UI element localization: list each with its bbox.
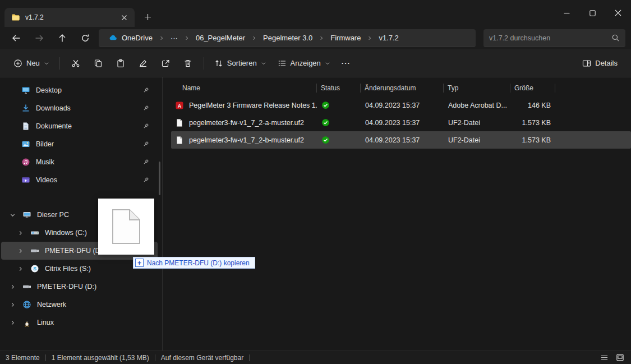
chevron-right-icon[interactable] xyxy=(16,266,25,272)
breadcrumb-item-onedrive[interactable]: OneDrive xyxy=(104,31,156,44)
sidebar-item-network[interactable]: Netzwerk xyxy=(1,296,158,314)
cut-button[interactable] xyxy=(65,54,87,73)
sidebar-item-downloads[interactable]: Downloads xyxy=(1,99,158,117)
list-view-button[interactable] xyxy=(598,353,610,363)
up-button[interactable] xyxy=(53,29,71,47)
back-button[interactable] xyxy=(7,29,25,47)
folder-icon xyxy=(11,13,20,22)
sidebar-item-label: PMETER-DFU (D:) xyxy=(37,283,96,291)
column-header-status[interactable]: Status xyxy=(317,80,361,96)
column-header-date[interactable]: Änderungsdatum xyxy=(361,80,444,96)
breadcrumb-label: OneDrive xyxy=(122,34,153,42)
this-pc-icon xyxy=(22,210,31,219)
new-tab-button[interactable] xyxy=(139,8,156,25)
copy-button[interactable] xyxy=(87,54,109,73)
sidebar-item-linux[interactable]: Linux xyxy=(1,314,158,331)
column-header-size[interactable]: Größe xyxy=(510,80,555,96)
statusbar-separator xyxy=(155,354,155,361)
copy-icon xyxy=(94,59,103,68)
svg-text:S: S xyxy=(33,266,36,271)
sidebar-item-pmeter-dfu-d[interactable]: PMETER-DFU (D:) xyxy=(1,278,158,296)
explorer-tab[interactable]: v1.7.2 xyxy=(4,8,135,27)
details-pane-button[interactable]: Details xyxy=(577,54,623,73)
chevron-right-icon[interactable] xyxy=(8,284,17,290)
dragged-file-icon xyxy=(112,209,141,245)
breadcrumb-chevron-icon[interactable] xyxy=(250,35,258,41)
sidebar-item-music[interactable]: Musik xyxy=(1,153,158,171)
chevron-down-icon[interactable] xyxy=(8,212,17,218)
toolbar-separator xyxy=(204,57,204,70)
linux-icon xyxy=(22,318,31,327)
paste-button[interactable] xyxy=(109,54,132,73)
delete-button[interactable] xyxy=(177,54,199,73)
breadcrumb-chevron-icon[interactable] xyxy=(366,35,374,41)
documents-icon xyxy=(21,122,30,131)
file-name: pegelmeter3-fw-v1_7_2-b-muster.uf2 xyxy=(189,136,304,144)
sidebar-item-videos[interactable]: Videos xyxy=(1,171,158,189)
column-header-name[interactable]: Name xyxy=(171,80,317,96)
generic-file-icon xyxy=(175,118,184,127)
breadcrumb-item-firmware[interactable]: Firmware xyxy=(326,32,365,44)
chevron-down-icon xyxy=(261,61,266,66)
file-date: 04.09.2023 15:37 xyxy=(361,136,444,144)
breadcrumb-ellipsis-button[interactable]: ··· xyxy=(167,32,182,44)
sidebar-scrollbar[interactable] xyxy=(159,162,160,195)
maximize-button[interactable] xyxy=(579,0,605,26)
sidebar-item-label: Bilder xyxy=(36,140,54,148)
explorer-content: Desktop Downloads Dokumente xyxy=(0,77,631,351)
pin-icon xyxy=(142,104,150,112)
chevron-right-icon[interactable] xyxy=(8,320,17,326)
file-type: UF2-Datei xyxy=(444,136,510,144)
new-button[interactable]: Neu xyxy=(8,54,55,73)
sidebar-item-pictures[interactable]: Bilder xyxy=(1,135,158,153)
minimize-button[interactable] xyxy=(554,0,579,26)
chevron-right-icon[interactable] xyxy=(8,302,17,308)
chevron-right-icon[interactable] xyxy=(16,230,25,236)
breadcrumb-item-v172[interactable]: v1.7.2 xyxy=(375,32,402,44)
breadcrumb-chevron-icon[interactable] xyxy=(183,35,191,41)
tab-close-icon[interactable] xyxy=(118,11,130,24)
search-input[interactable] xyxy=(489,34,607,42)
view-button-label: Anzeigen xyxy=(291,59,321,67)
view-button[interactable]: Anzeigen xyxy=(272,54,336,73)
refresh-button[interactable] xyxy=(76,29,94,47)
videos-icon xyxy=(21,176,30,185)
table-row[interactable]: A PegelMeter 3 Firmware Release Notes 1.… xyxy=(171,96,631,114)
file-date: 04.09.2023 15:37 xyxy=(361,102,444,109)
trash-icon xyxy=(183,59,192,68)
forward-button[interactable] xyxy=(30,29,48,47)
chevron-down-icon xyxy=(325,61,330,66)
file-name: PegelMeter 3 Firmware Release Notes 1.7.… xyxy=(189,102,317,109)
table-row-selected[interactable]: pegelmeter3-fw-v1_7_2-b-muster.uf2 04.09… xyxy=(171,131,631,149)
chevron-right-icon[interactable] xyxy=(16,248,25,254)
details-pane-label: Details xyxy=(595,59,618,67)
drag-ghost xyxy=(98,199,154,255)
breadcrumb-item-06-pegelmeter[interactable]: 06_PegelMeter xyxy=(192,32,249,44)
sidebar-item-label: Netzwerk xyxy=(37,301,66,308)
citrix-icon: S xyxy=(30,264,39,273)
scissors-icon xyxy=(71,59,80,68)
breadcrumb-chevron-icon[interactable] xyxy=(317,35,325,41)
generic-file-icon xyxy=(175,136,184,145)
sort-button[interactable]: Sortieren xyxy=(209,54,272,73)
column-header-type[interactable]: Typ xyxy=(444,80,510,96)
pdf-file-icon: A xyxy=(175,101,184,110)
drag-copy-tooltip-text: Nach PMETER-DFU (D:) kopieren xyxy=(147,259,250,267)
usb-drive-icon xyxy=(22,282,31,291)
sync-status-check-icon xyxy=(321,118,330,127)
share-button[interactable] xyxy=(154,54,177,73)
chevron-down-icon xyxy=(44,61,49,66)
close-button[interactable] xyxy=(605,0,631,26)
sidebar-item-documents[interactable]: Dokumente xyxy=(1,117,158,135)
item-count: 3 Elemente xyxy=(6,354,40,362)
table-row[interactable]: pegelmeter3-fw-v1_7_2-a-muster.uf2 04.09… xyxy=(171,114,631,131)
windows-drive-icon xyxy=(30,228,39,237)
rename-button[interactable] xyxy=(132,54,154,73)
breadcrumb-item-pegelmeter-30[interactable]: Pegelmeter 3.0 xyxy=(259,32,316,44)
drag-copy-tooltip: + Nach PMETER-DFU (D:) kopieren xyxy=(133,257,255,269)
more-options-button[interactable]: ··· xyxy=(336,54,356,73)
sidebar-item-desktop[interactable]: Desktop xyxy=(1,81,158,99)
thumbnail-view-button[interactable] xyxy=(614,353,625,363)
clipboard-icon xyxy=(116,59,125,68)
breadcrumb-chevron-icon[interactable] xyxy=(158,35,165,41)
